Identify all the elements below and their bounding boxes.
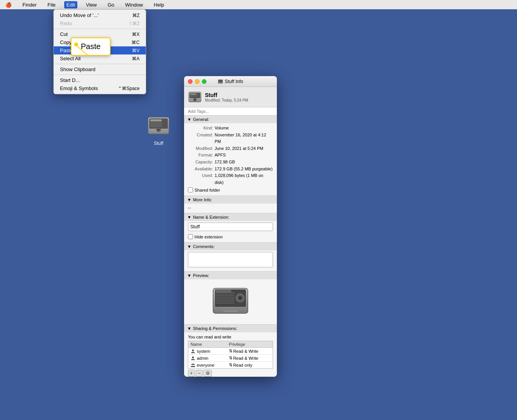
svg-rect-17 (190, 94, 196, 95)
maximize-button[interactable] (202, 79, 206, 84)
modified-label: Modified: (188, 145, 213, 152)
shared-folder-row: Shared folder (188, 187, 273, 192)
sharing-chevron: ▼ (187, 326, 191, 331)
apple-menu[interactable]: 🍎 (3, 1, 14, 9)
close-button[interactable] (188, 79, 193, 84)
general-content: Kind: Volume Created: November 16, 2020 … (184, 123, 277, 196)
menu-undo[interactable]: Undo Move of '...' ⌘Z (54, 11, 146, 19)
remove-permission-button[interactable]: − (196, 370, 203, 377)
comments-textarea[interactable] (188, 252, 273, 267)
sharing-header[interactable]: ▼ Sharing & Permissions: (184, 325, 277, 332)
menubar-file[interactable]: File (45, 1, 58, 9)
minimize-button[interactable] (195, 79, 200, 84)
name-extension-chevron: ▼ (187, 215, 191, 219)
name-extension-content: Hide extension (184, 221, 277, 242)
name-input[interactable] (188, 223, 273, 231)
menu-select-all[interactable]: Select All ⌘A (54, 54, 146, 63)
preview-content (184, 279, 277, 324)
col-privilege: Privilege (227, 341, 273, 348)
window-title-icon (218, 79, 223, 84)
svg-point-37 (191, 364, 193, 365)
preview-chevron: ▼ (187, 273, 191, 278)
redo-shortcut: ⇧⌘Z (128, 21, 140, 26)
paste-shortcut: ⌘V (132, 48, 140, 53)
kind-value: Volume (215, 125, 273, 132)
created-row: Created: November 16, 2020 at 4:12 PM (188, 132, 273, 145)
general-chevron: ▼ (187, 117, 191, 122)
used-label: Used: (188, 172, 213, 186)
svg-point-36 (192, 356, 194, 358)
preview-section: ▼ Preview: (184, 272, 277, 325)
used-row: Used: 1,028,096 bytes (1 MB on disk) (188, 172, 273, 186)
menubar-view[interactable]: View (84, 1, 99, 9)
more-info-header[interactable]: ▼ More Info: (184, 196, 277, 204)
name-extension-header[interactable]: ▼ Name & Extension: (184, 213, 277, 221)
can-read-write-text: You can read and write (188, 334, 273, 341)
available-row: Available: 172.9 GB (55.2 MB purgeable) (188, 166, 273, 173)
user-system-cell: system (188, 348, 227, 355)
select-all-shortcut: ⌘A (132, 56, 140, 61)
copy-shortcut: ⌘C (131, 40, 140, 45)
more-info-chevron: ▼ (187, 197, 191, 202)
info-window: Stuff Info Stuff (184, 76, 277, 377)
privilege-admin-cell: ⇅ Read & Write (227, 355, 273, 362)
name-extension-label: Name & Extension: (193, 215, 229, 219)
permissions-table: Name Privilege (188, 341, 273, 369)
sharing-content: You can read and write Name Privilege (184, 332, 277, 377)
stuff-disk-icon (145, 112, 172, 139)
redo-label: Redo (60, 20, 72, 26)
user-icon (191, 349, 195, 354)
menu-emoji-symbols[interactable]: Emoji & Symbols ⌃⌘Space (54, 84, 146, 92)
more-info-value: -- (188, 205, 191, 210)
copy-label: Copy (60, 39, 72, 45)
file-modified: Modified: Today, 5:24 PM (205, 98, 248, 102)
menu-cut[interactable]: Cut ⌘X (54, 30, 146, 38)
group-icon (191, 363, 195, 367)
menubar: 🍎 Finder File Edit View Go Window Help (0, 0, 517, 9)
table-row: system ⇅ Read & Write (188, 348, 273, 355)
menubar-edit[interactable]: Edit (64, 1, 77, 9)
preview-label: Preview: (193, 273, 209, 278)
privilege-everyone-cell: ⇅ Read only (227, 362, 273, 369)
hide-extension-label: Hide extension (195, 235, 223, 239)
menubar-finder[interactable]: Finder (20, 1, 39, 9)
permissions-gear-button[interactable]: ⚙ (203, 370, 212, 377)
hide-extension-checkbox[interactable] (188, 234, 193, 239)
kind-row: Kind: Volume (188, 125, 273, 132)
more-info-content: -- (184, 204, 277, 213)
general-section-header[interactable]: ▼ General: (184, 116, 277, 123)
comments-label: Comments: (193, 244, 215, 249)
svg-point-16 (194, 99, 196, 100)
undo-shortcut: ⌘Z (132, 13, 140, 18)
svg-rect-34 (223, 309, 238, 313)
sharing-section: ▼ Sharing & Permissions: You can read an… (184, 325, 277, 377)
menubar-help[interactable]: Help (152, 1, 167, 9)
menu-start-dictation[interactable]: Start D... (54, 76, 146, 84)
preview-header[interactable]: ▼ Preview: (184, 272, 277, 279)
window-title-text: Stuff Info (225, 79, 243, 84)
modified-row: Modified: June 10, 2021 at 5:24 PM (188, 145, 273, 152)
undo-label: Undo Move of '...' (60, 12, 99, 18)
user-admin-cell: admin (188, 355, 227, 362)
tags-input[interactable] (184, 107, 277, 116)
sharing-label: Sharing & Permissions: (193, 326, 237, 331)
created-label: Created: (188, 132, 213, 145)
add-permission-button[interactable]: + (188, 370, 195, 377)
menubar-go[interactable]: Go (105, 1, 116, 9)
capacity-label: Capacity: (188, 159, 213, 166)
shared-folder-checkbox[interactable] (188, 187, 193, 192)
available-value: 172.9 GB (55.2 MB purgeable) (215, 166, 273, 173)
menubar-window[interactable]: Window (123, 1, 145, 9)
general-label: General: (193, 117, 209, 122)
hide-extension-row: Hide extension (188, 234, 273, 239)
menu-redo[interactable]: Redo ⇧⌘Z (54, 19, 146, 27)
desktop-stuff-icon[interactable]: Stuff (145, 112, 172, 146)
svg-point-35 (192, 349, 194, 351)
paste-tooltip-label: Paste (81, 42, 101, 51)
comments-header[interactable]: ▼ Comments: (184, 243, 277, 250)
capacity-value: 172.98 GB (215, 159, 273, 166)
file-header: Stuff Modified: Today, 5:24 PM (184, 87, 277, 107)
svg-point-12 (220, 82, 221, 83)
used-value: 1,028,096 bytes (1 MB on disk) (215, 172, 273, 186)
menu-show-clipboard[interactable]: Show Clipboard (54, 65, 146, 73)
